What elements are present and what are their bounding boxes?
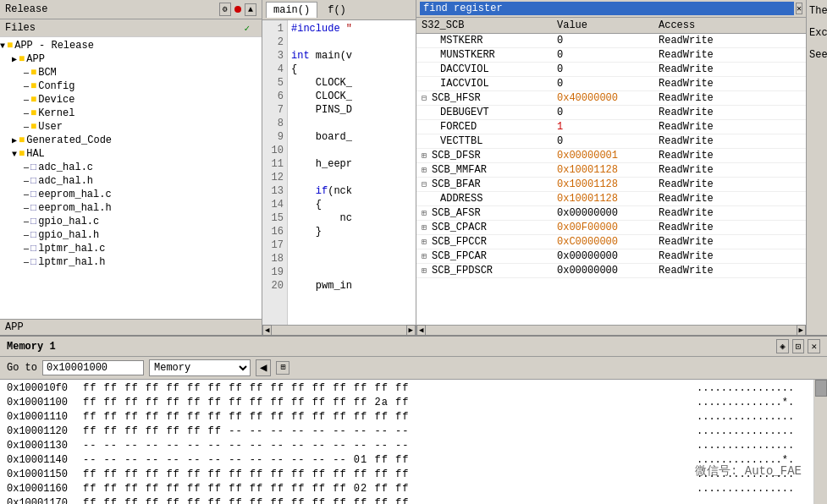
- folder-icon: ■: [30, 107, 36, 119]
- reg-access: ReadWrite: [653, 163, 806, 178]
- file-tree: ▼ ■ APP - Release ▶ ■ APP — ■ BCM — ■ Co…: [0, 37, 262, 319]
- file-icon: □: [30, 162, 36, 173]
- reg-access: ReadWrite: [653, 149, 806, 163]
- goto-input[interactable]: [42, 360, 144, 375]
- tree-item-device[interactable]: — ■ Device: [0, 93, 262, 107]
- reg-name: FORCED: [440, 121, 477, 133]
- reg-name: DEBUGEVT: [440, 107, 489, 118]
- reg-value: 1: [552, 120, 653, 134]
- memory-scrollbar[interactable]: [813, 380, 827, 504]
- tree-item-lptmr-h[interactable]: — □ lptmr_hal.h: [0, 255, 262, 269]
- tree-item-adc-h[interactable]: — □ adc_hal.h: [0, 174, 262, 188]
- settings-button[interactable]: ⚙: [219, 3, 231, 16]
- far-right-exc[interactable]: Exc: [808, 25, 825, 41]
- expand-icon[interactable]: ⊞: [422, 266, 432, 276]
- expand-icon[interactable]: ⊞: [422, 252, 432, 261]
- tree-item-adc-c[interactable]: — □ adc_hal.c: [0, 161, 262, 174]
- memory-pin-button[interactable]: ◈: [776, 339, 789, 353]
- tree-label: Device: [38, 94, 74, 106]
- tree-item-eeprom-h[interactable]: — □ eeprom_hal.h: [0, 201, 262, 215]
- tree-item-gpio-c[interactable]: — □ gpio_hal.c: [0, 215, 262, 228]
- tree-item-app-root[interactable]: ▼ ■ APP - Release: [0, 39, 262, 52]
- expand-icon[interactable]: ⊞: [422, 238, 432, 247]
- panel-footer: APP: [0, 319, 262, 335]
- code-panel-header: main() f(): [262, 0, 416, 20]
- tree-item-hal[interactable]: ▼ ■ HAL: [0, 147, 262, 161]
- reg-value: 0x10001128: [552, 178, 653, 192]
- expand-icon[interactable]: ⊞: [422, 166, 432, 175]
- expand-icon[interactable]: ⊞: [422, 223, 432, 233]
- mem-address: 0x10001100: [7, 396, 83, 410]
- mem-ascii: ..............*.: [697, 453, 807, 468]
- scroll-up-button[interactable]: ▲: [245, 3, 256, 16]
- register-search-input[interactable]: [420, 2, 794, 15]
- line-num: 18: [266, 252, 284, 266]
- expand-icon[interactable]: ⊞: [422, 209, 432, 218]
- code-line: [291, 266, 412, 279]
- reg-access: ReadWrite: [653, 77, 806, 91]
- file-icon: □: [30, 175, 36, 187]
- goto-label: Go to: [7, 362, 37, 374]
- memory-select[interactable]: Memory: [149, 359, 251, 376]
- file-panel-header: Release ⚙ ▲: [0, 0, 262, 19]
- memory-prev-button[interactable]: ◀: [256, 359, 271, 376]
- reg-value: 0x00F00000: [552, 221, 653, 235]
- expand-icon[interactable]: ⊞: [422, 151, 432, 161]
- table-row: MSTKERR0ReadWrite: [416, 34, 806, 48]
- memory-row: 0x10001160 ff ff ff ff ff ff ff ff ff ff…: [7, 482, 807, 496]
- function-tab[interactable]: f(): [324, 3, 350, 18]
- expand-icon[interactable]: ⊟: [422, 180, 432, 189]
- tree-item-config[interactable]: — ■ Config: [0, 79, 262, 93]
- table-row: MUNSTKERR0ReadWrite: [416, 48, 806, 63]
- reg-name: SCB_HFSR: [432, 92, 481, 104]
- memory-row: 0x10001100 ff ff ff ff ff ff ff ff ff ff…: [7, 396, 807, 410]
- code-content: 1 2 3 4 5 6 7 8 9 10 11 12 13 14 15 16 1…: [262, 20, 416, 325]
- tree-label: Generated_Code: [26, 134, 112, 146]
- folder-icon: ■: [7, 40, 13, 52]
- mem-ascii: ................: [697, 468, 807, 482]
- collapse-icon: ▼: [12, 150, 17, 159]
- reg-name: SCB_FPCCR: [432, 236, 487, 248]
- memory-next-button[interactable]: ⊞: [276, 361, 289, 375]
- memory-section: Memory 1 ◈ ⊡ ✕ Go to Memory ◀ ⊞ 0x100010…: [0, 335, 827, 504]
- code-area[interactable]: #include " int main(v { CLOCK_ CLOCK_ PI…: [288, 20, 416, 325]
- memory-row: 0x10001140 -- -- -- -- -- -- -- -- -- --…: [7, 453, 807, 468]
- dash-icon: —: [24, 163, 29, 173]
- mem-bytes: ff ff ff ff ff ff ff ff ff ff ff ff ff f…: [83, 496, 697, 504]
- mem-ascii: ................: [697, 410, 807, 425]
- tree-item-eeprom-c[interactable]: — □ eeprom_hal.c: [0, 188, 262, 201]
- register-scrollbar[interactable]: ◀ ▶: [416, 325, 806, 335]
- dash-icon: —: [24, 190, 29, 200]
- tree-item-lptmr-c[interactable]: — □ lptmr_hal.c: [0, 242, 262, 255]
- line-num: 19: [266, 266, 284, 279]
- file-icon: □: [30, 256, 36, 268]
- app-root-label: APP - Release: [14, 40, 94, 52]
- far-right-see[interactable]: See: [808, 47, 825, 63]
- reg-access: ReadWrite: [653, 249, 806, 264]
- tree-item-bcm[interactable]: — ■ BCM: [0, 66, 262, 79]
- tree-item-gpio-h[interactable]: — □ gpio_hal.h: [0, 228, 262, 242]
- far-right-the[interactable]: The: [808, 3, 825, 19]
- folder-icon: ■: [19, 148, 25, 160]
- expand-icon[interactable]: ⊟: [422, 94, 432, 103]
- tree-item-user[interactable]: — ■ User: [0, 120, 262, 134]
- mem-address: 0x100010f0: [7, 381, 83, 396]
- memory-float-button[interactable]: ⊡: [792, 339, 805, 353]
- code-line: [291, 144, 412, 157]
- main-tab[interactable]: main(): [266, 2, 317, 18]
- code-line: [291, 171, 412, 184]
- tree-item-kernel[interactable]: — ■ Kernel: [0, 107, 262, 120]
- reg-access: ReadWrite: [653, 106, 806, 120]
- tree-item-generated[interactable]: ▶ ■ Generated_Code: [0, 134, 262, 147]
- mem-bytes: ff ff ff ff ff ff ff ff ff ff ff ff ff f…: [83, 410, 697, 425]
- file-icon: □: [30, 202, 36, 214]
- file-icon: □: [30, 189, 36, 200]
- line-num: 4: [266, 63, 284, 76]
- memory-title: Memory 1: [7, 341, 56, 353]
- tree-item-app[interactable]: ▶ ■ APP: [0, 52, 262, 66]
- memory-close-button[interactable]: ✕: [808, 339, 820, 353]
- reg-panel-close-button[interactable]: ✕: [796, 3, 802, 14]
- reg-value: 0: [552, 134, 653, 149]
- code-scrollbar[interactable]: ◀ ▶: [262, 325, 416, 335]
- dash-icon: —: [24, 109, 29, 118]
